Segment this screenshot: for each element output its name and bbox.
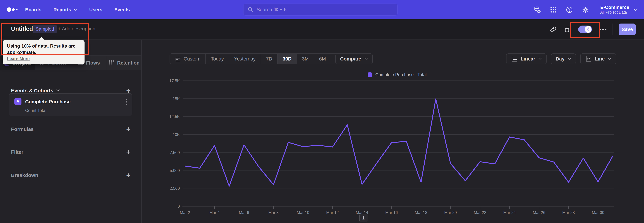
event-aggregation[interactable]: Count Total	[25, 108, 46, 113]
chart-display-controls: Linear Day Line	[506, 53, 616, 64]
chevron-down-icon	[74, 9, 77, 11]
scale-dropdown[interactable]: Linear	[506, 53, 546, 64]
svg-text:12.5K: 12.5K	[169, 114, 180, 119]
chevron-down-icon	[538, 58, 542, 60]
nav-right-cluster: E-Commerce All Project Data	[534, 0, 644, 19]
svg-text:Mar 22: Mar 22	[474, 210, 486, 215]
events-cohorts-label[interactable]: Events & Cohorts	[11, 88, 60, 93]
add-breakdown-button[interactable]: +	[126, 172, 131, 179]
linear-axis-icon	[511, 55, 518, 62]
svg-text:7,500: 7,500	[170, 150, 180, 155]
svg-text:5,000: 5,000	[170, 168, 180, 173]
chart-type-label: Line	[595, 56, 605, 62]
sampled-badge[interactable]: Sampled	[33, 25, 57, 33]
tooltip-text: Using 10% of data. Results are approxima…	[7, 43, 80, 56]
add-to-board-icon[interactable]	[564, 26, 571, 33]
svg-text:Mar 20: Mar 20	[444, 210, 457, 215]
range-label: 3M	[302, 56, 309, 62]
chart-controls: Custom Today Yesterday 7D 30D 3M 6M 12M …	[0, 53, 644, 64]
range-6m[interactable]: 6M	[314, 54, 331, 64]
sampling-toggle[interactable]	[578, 26, 592, 33]
nav-item-reports[interactable]: Reports	[53, 7, 77, 13]
range-7d[interactable]: 7D	[261, 54, 278, 64]
chart-type-dropdown[interactable]: Line	[580, 53, 616, 64]
svg-text:10K: 10K	[172, 132, 180, 137]
data-management-icon[interactable]	[534, 6, 541, 14]
filter-label: Filter	[11, 149, 23, 155]
events-cohorts-header: Events & Cohorts +	[11, 87, 131, 94]
range-label: 6M	[319, 56, 326, 62]
range-30d[interactable]: 30D	[278, 54, 297, 64]
date-range-group: Custom Today Yesterday 7D 30D 3M 6M 12M	[170, 53, 351, 64]
mixpanel-logo-icon[interactable]	[7, 6, 22, 13]
share-link-icon[interactable]	[550, 26, 557, 33]
event-series-badge: A	[14, 98, 22, 105]
range-today[interactable]: Today	[206, 54, 229, 64]
add-formula-button[interactable]: +	[126, 126, 131, 133]
toolbar-divider	[612, 24, 612, 35]
add-filter-button[interactable]: +	[126, 149, 131, 155]
apps-grid-icon[interactable]	[550, 6, 557, 14]
svg-text:15K: 15K	[172, 96, 180, 101]
learn-more-link[interactable]: Learn More	[7, 56, 30, 61]
chevron-down-icon	[608, 58, 612, 60]
nav-item-boards[interactable]: Boards	[25, 7, 41, 13]
svg-text:Complete Purchase - Total: Complete Purchase - Total	[375, 72, 427, 77]
nav-item-users[interactable]: Users	[89, 7, 102, 13]
range-label: Yesterday	[234, 56, 256, 62]
range-yesterday[interactable]: Yesterday	[229, 54, 261, 64]
range-label: 30D	[282, 56, 292, 62]
formulas-section: Formulas +	[11, 126, 131, 133]
range-custom[interactable]: Custom	[170, 54, 206, 64]
project-scope: All Project Data	[600, 10, 627, 15]
add-event-button[interactable]: +	[126, 87, 131, 94]
events-cohorts-text: Events & Cohorts	[11, 88, 53, 93]
report-title[interactable]: Untitled	[11, 25, 33, 32]
svg-text:Mar 6: Mar 6	[239, 210, 249, 215]
compare-button[interactable]: Compare	[336, 53, 373, 64]
line-chart-icon	[585, 55, 592, 62]
search-input[interactable]: Search ⌘ + K	[243, 4, 398, 16]
breakdown-section: Breakdown +	[11, 172, 131, 179]
interval-dropdown[interactable]: Day	[551, 53, 576, 64]
range-3m[interactable]: 3M	[297, 54, 314, 64]
filter-section: Filter +	[11, 149, 131, 155]
svg-text:Mar 8: Mar 8	[268, 210, 278, 215]
formulas-label: Formulas	[11, 126, 34, 132]
interval-label: Day	[556, 56, 564, 62]
help-icon[interactable]	[566, 6, 573, 14]
event-card[interactable]: A Complete Purchase Count Total	[9, 93, 132, 116]
chevron-down-icon	[56, 89, 60, 92]
chevron-down-icon	[568, 58, 571, 60]
chevron-down-icon	[634, 9, 638, 11]
compare-label: Compare	[340, 56, 361, 62]
toolbar-actions: Save	[550, 19, 636, 40]
settings-gear-icon[interactable]	[582, 6, 589, 14]
save-button[interactable]: Save	[619, 24, 636, 35]
svg-text:Mar 26: Mar 26	[533, 210, 546, 215]
svg-text:Mar 2: Mar 2	[180, 210, 190, 215]
svg-text:0: 0	[178, 204, 180, 208]
svg-text:2,500: 2,500	[170, 186, 180, 191]
add-description-button[interactable]: + Add description...	[58, 26, 99, 32]
search-placeholder: Search ⌘ + K	[256, 7, 287, 13]
event-title[interactable]: Complete Purchase	[25, 99, 70, 104]
top-nav: Boards Reports Users Events Search ⌘ + K	[0, 0, 644, 19]
event-kebab-menu[interactable]	[126, 99, 127, 105]
svg-text:17.5K: 17.5K	[169, 78, 180, 83]
report-toolbar: Untitled Sampled + Add description... Sa…	[0, 19, 644, 40]
svg-text:Mar 28: Mar 28	[562, 210, 575, 215]
nav-links: Boards Reports Users Events	[25, 0, 130, 19]
nav-item-events[interactable]: Events	[114, 7, 130, 13]
scale-label: Linear	[520, 56, 535, 62]
pagination-page-1[interactable]: 1	[360, 213, 368, 222]
nav-item-label: Reports	[53, 7, 71, 13]
project-selector[interactable]: E-Commerce All Project Data	[600, 5, 638, 15]
svg-text:Mar 12: Mar 12	[326, 210, 339, 215]
range-label: Custom	[184, 56, 200, 62]
calendar-icon	[175, 56, 181, 62]
project-text: E-Commerce All Project Data	[600, 5, 629, 15]
more-options-button[interactable]	[600, 29, 606, 30]
chart-legend: Complete Purchase - Total	[368, 72, 427, 77]
sampling-tooltip: Using 10% of data. Results are approxima…	[3, 40, 84, 64]
